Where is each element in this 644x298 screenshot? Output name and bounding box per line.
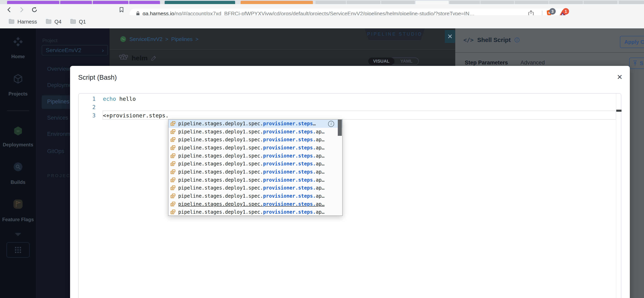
- builds-icon: [13, 162, 23, 173]
- browser-tab[interactable]: [129, 1, 160, 4]
- chevron-right-icon: ›: [102, 47, 104, 54]
- reference-icon: [170, 161, 176, 167]
- modal-close-button[interactable]: ✕: [615, 73, 624, 82]
- popup-scrollbar[interactable]: [338, 120, 342, 136]
- suggestion-item[interactable]: pipeline.stages.deploy1.spec.provisioner…: [168, 200, 342, 208]
- canvas-header: ServiceEnvV2 > Pipelines > PIPELINE STUD…: [110, 28, 455, 50]
- nav-item-services[interactable]: Services: [47, 115, 68, 121]
- browser-tab[interactable]: [549, 1, 583, 4]
- reload-button[interactable]: [30, 5, 39, 14]
- overview-ruler: [616, 94, 616, 298]
- tab-step-parameters[interactable]: Step Parameters: [465, 60, 508, 66]
- folder-icon: [8, 19, 14, 25]
- script-code-editor[interactable]: 1echo hello23<+provisioner.steps.: [78, 93, 621, 298]
- projects-icon: [12, 73, 24, 85]
- suggestion-item[interactable]: pipeline.stages.deploy1.spec.provisioner…: [168, 192, 342, 200]
- browser-tab[interactable]: [60, 1, 92, 4]
- step-panel-header: </> Shell Script: [463, 37, 520, 43]
- suggestion-text: pipeline.stages.deploy1.spec.provisioner…: [178, 153, 324, 159]
- project-selector[interactable]: ServiceEnvV2 ›: [42, 45, 108, 55]
- reference-icon: [170, 145, 176, 151]
- browser-tab[interactable]: [7, 1, 59, 4]
- browser-tab[interactable]: [619, 1, 644, 4]
- editor-line[interactable]: 3<+provisioner.steps.: [78, 111, 621, 120]
- sidebar-item-deployments[interactable]: ∞: [0, 125, 36, 137]
- suggestion-info-icon[interactable]: i: [328, 121, 334, 127]
- pipeline-icon: [119, 54, 128, 62]
- save-as-template-button[interactable]: S: [629, 58, 644, 69]
- editor-line[interactable]: 1echo hello: [78, 95, 621, 103]
- suggestion-item[interactable]: pipeline.stages.deploy1.spec.provisioner…: [168, 160, 342, 168]
- info-icon[interactable]: [514, 37, 520, 43]
- sidebar-item-projects[interactable]: [0, 73, 36, 85]
- sidebar-item-home[interactable]: [0, 36, 36, 48]
- toggle-visual[interactable]: VISUAL: [368, 58, 394, 65]
- breadcrumb-separator: >: [165, 36, 168, 42]
- nav-item-overview[interactable]: Overview: [47, 66, 70, 72]
- bookmark-label: Q4: [54, 19, 62, 25]
- screen: qa.harness.io/ng/#/account/px7xd_BFRCi-p…: [0, 0, 644, 298]
- apply-changes-button[interactable]: Apply Ch: [620, 36, 644, 48]
- suggestion-item[interactable]: pipeline.stages.deploy1.spec.provisioner…: [168, 120, 342, 128]
- suggestion-item[interactable]: pipeline.stages.deploy1.spec.provisioner…: [168, 176, 342, 184]
- sidebar-item-feature-flags[interactable]: [0, 199, 36, 210]
- editor-line[interactable]: 2: [78, 103, 621, 111]
- suggestion-item[interactable]: pipeline.stages.deploy1.spec.provisioner…: [168, 184, 342, 192]
- suggestion-item[interactable]: pipeline.stages.deploy1.spec.provisioner…: [168, 208, 342, 216]
- browser-tab[interactable]: [316, 1, 346, 4]
- pipeline-name: helm: [132, 54, 148, 62]
- browser-tab[interactable]: [515, 1, 548, 4]
- nav-item-gitops[interactable]: GitOps: [47, 148, 64, 154]
- browser-tab[interactable]: [584, 1, 617, 4]
- browser-tab[interactable]: [165, 1, 235, 4]
- sidebar-item-builds[interactable]: [0, 162, 36, 173]
- reference-icon: [170, 121, 176, 127]
- modal-title: Script (Bash): [78, 74, 117, 81]
- reference-icon: [170, 209, 176, 215]
- studio-close-button[interactable]: ✕: [445, 30, 455, 43]
- browser-tab[interactable]: [240, 1, 313, 4]
- toggle-yaml[interactable]: YAML: [394, 58, 418, 65]
- module-grid-button[interactable]: [0, 242, 36, 258]
- browser-tab[interactable]: [416, 1, 448, 4]
- back-button[interactable]: [5, 5, 14, 14]
- suggestion-item[interactable]: pipeline.stages.deploy1.spec.provisioner…: [168, 152, 342, 160]
- reference-icon: [170, 193, 176, 199]
- sidebar-item-label: Home: [0, 54, 36, 59]
- folder-icon: [70, 19, 76, 25]
- reference-icon: [170, 201, 176, 207]
- chevron-down-icon[interactable]: [0, 232, 36, 237]
- browser-tab[interactable]: [480, 1, 514, 4]
- nav-item-pipelines[interactable]: Pipelines: [47, 99, 70, 105]
- reference-icon: [170, 169, 176, 175]
- breadcrumb[interactable]: ServiceEnvV2 > Pipelines >: [120, 36, 198, 43]
- pipeline-title-row: helm: [119, 54, 157, 62]
- breadcrumb-section[interactable]: Pipelines: [171, 36, 193, 42]
- suggestion-item[interactable]: pipeline.stages.deploy1.spec.provisioner…: [168, 128, 342, 136]
- sidebar-item-label: Deployments: [0, 142, 36, 148]
- line-number: 2: [78, 104, 96, 110]
- project-selector-value: ServiceEnvV2: [46, 47, 82, 54]
- browser-tab[interactable]: [93, 1, 128, 4]
- reference-icon: [170, 153, 176, 159]
- harness-home-icon: [12, 36, 24, 48]
- bookmark-icon[interactable]: [117, 5, 126, 14]
- shell-script-icon: </>: [463, 37, 474, 43]
- browser-tab[interactable]: [450, 1, 480, 4]
- tab-advanced[interactable]: Advanced: [520, 60, 545, 66]
- forward-button[interactable]: [17, 5, 26, 14]
- suggestion-item[interactable]: pipeline.stages.deploy1.spec.provisioner…: [168, 168, 342, 176]
- browser-tab[interactable]: [347, 1, 380, 4]
- breadcrumb-project[interactable]: ServiceEnvV2: [130, 36, 162, 42]
- suggestion-text: pipeline.stages.deploy1.spec.provisioner…: [178, 137, 324, 143]
- suggestion-item[interactable]: pipeline.stages.deploy1.spec.provisioner…: [168, 144, 342, 152]
- suggestion-text: pipeline.stages.deploy1.spec.provisioner…: [178, 209, 324, 215]
- browser-tabstrip[interactable]: [0, 0, 644, 4]
- bookmark-item[interactable]: Harness: [8, 19, 37, 25]
- edit-pencil-icon[interactable]: [151, 55, 157, 61]
- suggestion-item[interactable]: pipeline.stages.deploy1.spec.provisioner…: [168, 136, 342, 144]
- bookmark-item[interactable]: Q4: [46, 19, 62, 25]
- bookmark-item[interactable]: Q1: [70, 19, 86, 25]
- browser-tab[interactable]: [381, 1, 415, 4]
- visual-yaml-toggle: VISUAL YAML: [368, 58, 419, 65]
